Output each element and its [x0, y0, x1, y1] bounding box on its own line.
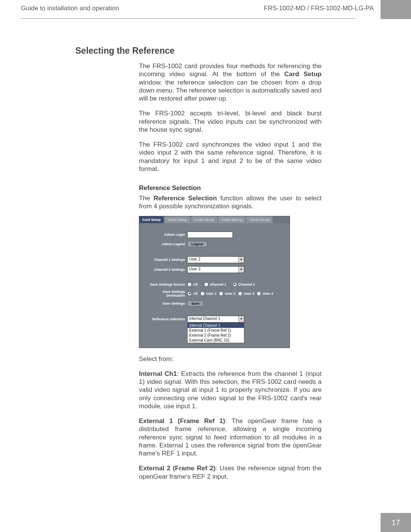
- save-settings-source-radios: AllChannel 1Channel 2: [187, 282, 255, 287]
- subheading-reference-selection: Reference Selection: [139, 184, 322, 192]
- subheading-paragraph: The Reference Selection function allows …: [139, 194, 322, 211]
- tab-alarm-setup[interactable]: Alarm Setup: [246, 216, 272, 223]
- radio-destination-user-1[interactable]: User 1: [200, 291, 217, 296]
- chevron-down-icon: ▼: [238, 257, 244, 263]
- reference-selection-label: Reference Selection: [144, 317, 187, 321]
- channel-2-settings-dropdown[interactable]: User 3 ▼: [187, 266, 244, 273]
- radio-source-channel-1[interactable]: Channel 1: [204, 282, 226, 287]
- radio-destination-all[interactable]: All: [187, 291, 198, 296]
- paragraph-1: The FRS-1002 card provides four methods …: [139, 62, 322, 102]
- select-from-label: Select from:: [139, 355, 322, 363]
- admin-login-input[interactable]: [187, 232, 233, 238]
- reference-option[interactable]: External 2 (Frame Ref 2): [188, 333, 244, 338]
- radio-destination-user-4[interactable]: User 4: [256, 291, 273, 296]
- channel-1-settings-label: Channel 1 Settings: [144, 258, 187, 262]
- header-corner-block: [381, 0, 411, 19]
- save-settings-destination-radios: AllUser 1User 2User 3User 4: [187, 291, 273, 296]
- reference-option[interactable]: External 1 (Frame Ref 1): [188, 328, 244, 333]
- reference-selection-dropdown[interactable]: Internal Channel 1 ▼: [187, 316, 244, 323]
- save-settings-destination-label: Save Settings Destination: [144, 290, 187, 297]
- paragraph-3: The FRS-1002 card synchronizes the video…: [139, 141, 322, 173]
- header-left: Guide to installation and operation: [0, 0, 264, 12]
- section-title: Selecting the Reference: [75, 46, 322, 56]
- chevron-down-icon: ▼: [238, 316, 244, 322]
- save-button[interactable]: Save: [187, 300, 204, 307]
- chevron-down-icon: ▼: [238, 267, 244, 273]
- page-number: 17: [381, 513, 411, 532]
- tab-audio-mixing[interactable]: Audio Mixing: [218, 216, 246, 223]
- channel-1-settings-dropdown[interactable]: User 2 ▼: [187, 256, 244, 263]
- option-external-1: External 1 (Frame Ref 1): The openGear f…: [139, 417, 322, 457]
- tab-audio-setup[interactable]: Audio Setup: [191, 216, 217, 223]
- radio-destination-user-2[interactable]: User 2: [219, 291, 236, 296]
- panel-tabs: Card Setup Video Setup Audio Setup Audio…: [139, 216, 290, 223]
- admin-login-label: Admin Login: [144, 233, 187, 236]
- logout-button[interactable]: Logout: [187, 241, 207, 247]
- page-header: Guide to installation and operation FRS-…: [0, 0, 411, 19]
- channel-2-settings-label: Channel 2 Settings: [144, 268, 187, 272]
- paragraph-2: The FRS-1002 accepts tri-level, bi-level…: [139, 109, 322, 134]
- reference-option[interactable]: External Card (BNC 10): [188, 338, 244, 343]
- radio-source-all[interactable]: All: [187, 282, 198, 287]
- admin-logout-label: Admin Logout: [144, 242, 187, 246]
- save-settings-source-label: Save Settings Source: [144, 283, 187, 286]
- header-rule: [21, 18, 356, 19]
- tab-card-setup[interactable]: Card Setup: [139, 216, 164, 223]
- tab-video-setup[interactable]: Video Setup: [164, 216, 190, 223]
- header-right: FRS-1002-MD / FRS-1002-MD-LG-PA: [264, 0, 381, 12]
- radio-destination-user-3[interactable]: User 3: [238, 291, 255, 296]
- option-internal-ch1: Internal Ch1: Extracts the reference fro…: [139, 370, 322, 410]
- reference-option[interactable]: Internal Channel 1: [188, 323, 244, 328]
- reference-selection-options: Internal Channel 1External 1 (Frame Ref …: [187, 323, 244, 343]
- radio-source-channel-2[interactable]: Channel 2: [233, 282, 255, 287]
- card-setup-panel: Card Setup Video Setup Audio Setup Audio…: [139, 216, 290, 348]
- save-settings-label: Save Settings: [144, 302, 187, 305]
- option-external-2: External 2 (Frame Ref 2): Uses the refer…: [139, 464, 322, 481]
